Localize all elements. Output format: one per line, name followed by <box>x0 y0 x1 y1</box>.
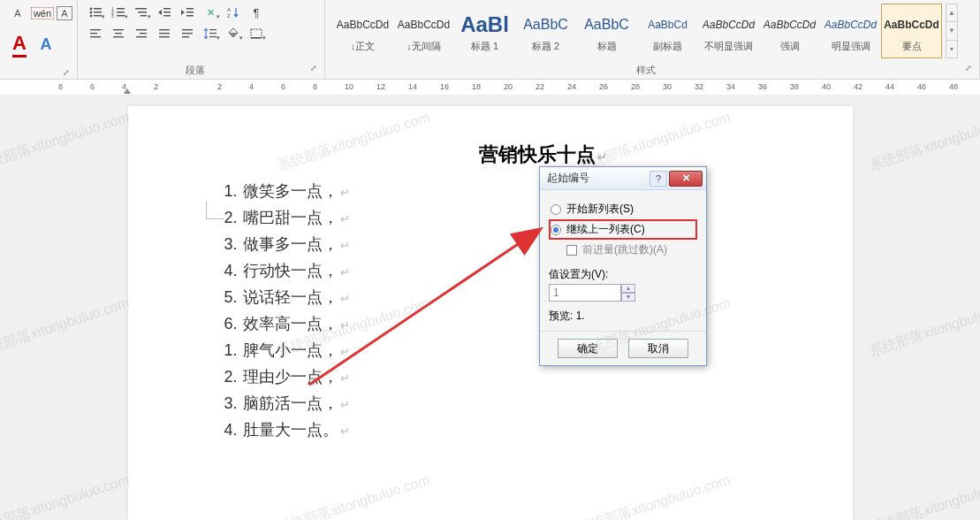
svg-rect-31 <box>136 36 147 37</box>
svg-rect-11 <box>117 15 125 17</box>
svg-rect-9 <box>117 11 125 13</box>
asian-layout-button[interactable]: ✕▾ <box>200 4 221 21</box>
svg-rect-34 <box>159 36 170 37</box>
sort-button[interactable]: AZ <box>223 4 244 21</box>
svg-rect-20 <box>186 15 194 17</box>
gallery-more-button[interactable]: ▾ <box>946 40 957 57</box>
line-spacing-button[interactable]: ▾ <box>200 25 221 42</box>
style-item[interactable]: AaBbCd副标题 <box>637 4 698 58</box>
value-spinner[interactable]: ▲ ▼ <box>549 284 637 302</box>
style-item[interactable]: AaBbC标题 <box>576 4 637 58</box>
spin-down-button[interactable]: ▼ <box>621 293 635 302</box>
font-color-button[interactable]: A▾ <box>7 32 32 57</box>
indent-increase-button[interactable] <box>177 4 198 21</box>
radio-icon[interactable] <box>551 225 561 235</box>
dialog-close-button[interactable]: ✕ <box>669 171 703 187</box>
dialog-help-button[interactable]: ? <box>650 171 667 187</box>
dialog-title: 起始编号 <box>547 171 650 186</box>
svg-text:A: A <box>227 7 231 12</box>
svg-rect-5 <box>94 15 102 17</box>
gallery-up-button[interactable]: ▲ <box>946 4 957 21</box>
document-area: 营销快乐十点↵ 1.微笑多一点，↵2.嘴巴甜一点，↵3.做事多一点，↵4.行动快… <box>0 96 980 520</box>
svg-rect-29 <box>136 29 147 30</box>
svg-rect-33 <box>159 33 170 34</box>
styles-gallery: AaBbCcDd↓正文AaBbCcDd↓无间隔AaBl标题 1AaBbC标题 2… <box>332 4 942 58</box>
dialog-titlebar[interactable]: 起始编号 ? ✕ <box>540 167 706 190</box>
phonetic-wen-icon[interactable]: wén <box>32 4 53 23</box>
svg-rect-1 <box>94 8 102 10</box>
indent-decrease-button[interactable] <box>154 4 175 21</box>
svg-rect-35 <box>182 29 193 30</box>
svg-rect-7 <box>117 8 125 10</box>
shading-button[interactable]: ▾ <box>223 25 244 42</box>
svg-rect-15 <box>163 8 171 10</box>
svg-point-2 <box>90 11 93 14</box>
radio-icon[interactable] <box>551 204 561 215</box>
svg-rect-42 <box>251 37 262 39</box>
svg-rect-17 <box>163 15 171 17</box>
svg-text:Z: Z <box>227 13 231 19</box>
align-justify-button[interactable] <box>154 25 175 42</box>
radio-start-new[interactable]: 开始新列表(S) <box>549 199 697 219</box>
styles-group: AaBbCcDd↓正文AaBbCcDd↓无间隔AaBl标题 1AaBbC标题 2… <box>325 0 980 79</box>
bullets-button[interactable]: ▾ <box>85 4 106 21</box>
char-border-button[interactable]: A <box>57 6 72 20</box>
style-item[interactable]: AaBbC标题 2 <box>515 4 576 58</box>
svg-rect-39 <box>209 33 217 34</box>
style-item[interactable]: AaBbCcDd强调 <box>759 4 820 58</box>
preview-label: 预览: <box>549 310 573 322</box>
gallery-down-button[interactable]: ▼ <box>946 21 957 39</box>
value-input[interactable] <box>549 284 621 302</box>
styles-launcher-icon[interactable]: ⤢ <box>965 64 972 73</box>
paragraph-group: ▾ 123▾ ▾ ✕▾ AZ ¶ ▾ ▾ ▾ <box>78 0 325 79</box>
align-left-button[interactable] <box>85 25 106 42</box>
align-right-button[interactable] <box>131 25 152 42</box>
svg-rect-14 <box>141 15 147 17</box>
font-group: A wén A A▾ A▾ ⤢ <box>0 0 78 79</box>
svg-rect-36 <box>182 33 193 34</box>
ruler[interactable]: 8642246810121416182022242628303234363840… <box>0 80 980 96</box>
paragraph-launcher-icon[interactable]: ⤢ <box>310 64 317 73</box>
numbering-button[interactable]: 123▾ <box>108 4 129 21</box>
cancel-button[interactable]: 取消 <box>628 339 688 358</box>
font-launcher-icon[interactable]: ⤢ <box>63 68 70 77</box>
checkbox-advance[interactable]: 前进量(跳过数)(A) <box>549 240 697 260</box>
svg-rect-32 <box>159 29 170 30</box>
svg-rect-18 <box>186 8 194 10</box>
svg-rect-27 <box>115 33 122 34</box>
svg-rect-24 <box>90 33 97 34</box>
svg-rect-41 <box>251 29 262 38</box>
value-label: 值设置为(V): <box>549 267 697 282</box>
multilevel-button[interactable]: ▾ <box>131 4 152 21</box>
margin-corner-icon <box>206 202 224 219</box>
text-effects-button[interactable]: A▾ <box>35 34 57 54</box>
svg-point-0 <box>90 8 93 11</box>
checkbox-icon[interactable] <box>566 245 577 256</box>
style-item[interactable]: AaBbCcDd不明显强调 <box>698 4 759 58</box>
indent-marker-icon[interactable] <box>124 88 131 94</box>
set-numbering-dialog: 起始编号 ? ✕ 开始新列表(S) 继续上一列表(C) 前进量(跳过数)(A) … <box>539 166 707 366</box>
ribbon: A wén A A▾ A▾ ⤢ ▾ 123▾ ▾ ✕▾ AZ <box>0 0 980 80</box>
preview-value: 1. <box>576 310 585 322</box>
svg-rect-30 <box>140 33 147 34</box>
list-item: 3.脑筋活一点，↵ <box>215 391 773 417</box>
page: 营销快乐十点↵ 1.微笑多一点，↵2.嘴巴甜一点，↵3.做事多一点，↵4.行动快… <box>128 106 853 520</box>
radio-continue-previous[interactable]: 继续上一列表(C) <box>549 219 697 240</box>
style-item[interactable]: AaBl标题 1 <box>454 4 515 58</box>
svg-text:3: 3 <box>111 13 114 19</box>
style-item[interactable]: AaBbCcDd明显强调 <box>820 4 881 58</box>
style-item[interactable]: AaBbCcDd要点 <box>881 4 942 58</box>
svg-rect-23 <box>90 29 101 30</box>
align-center-button[interactable] <box>108 25 129 42</box>
spin-up-button[interactable]: ▲ <box>621 284 635 293</box>
svg-rect-3 <box>94 11 102 13</box>
show-marks-button[interactable]: ¶ <box>246 4 267 21</box>
phonetic-guide-button[interactable]: A <box>7 4 28 23</box>
align-distribute-button[interactable] <box>177 25 198 42</box>
style-item[interactable]: AaBbCcDd↓无间隔 <box>393 4 454 58</box>
borders-button[interactable]: ▾ <box>246 25 267 42</box>
style-item[interactable]: AaBbCcDd↓正文 <box>332 4 393 58</box>
svg-rect-28 <box>113 36 124 37</box>
ok-button[interactable]: 确定 <box>558 339 618 358</box>
svg-rect-13 <box>138 11 147 13</box>
